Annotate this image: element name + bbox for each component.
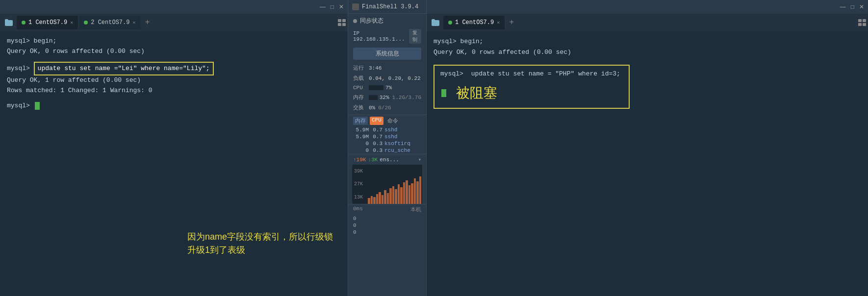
latency-val-3: 0 bbox=[353, 229, 421, 235]
left-terminal-panel: — □ ✕ 1 CentOS7.9 ✕ 2 CentOS7.9 ✕ + bbox=[0, 0, 348, 296]
col-cmd-header: 命令 bbox=[385, 117, 400, 125]
app-icon bbox=[352, 3, 359, 10]
right-mysql-prompt: mysql> bbox=[440, 70, 463, 77]
cursor-indicator bbox=[35, 102, 40, 110]
tab1-close[interactable]: ✕ bbox=[70, 20, 73, 25]
swap-row: 交换 0% 0/2G bbox=[348, 102, 426, 113]
graph-bar bbox=[382, 195, 384, 204]
copy-ip-button[interactable]: 复制 bbox=[409, 29, 421, 44]
terminal-prompt-line: mysql> bbox=[7, 101, 341, 111]
left-terminal-content: mysql> begin; Query OK, 0 rows affected … bbox=[0, 31, 348, 296]
graph-bar bbox=[395, 189, 397, 204]
cpu-label: CPU bbox=[353, 85, 367, 91]
right-maximize-button[interactable]: □ bbox=[851, 3, 854, 10]
right-tab-status-dot bbox=[448, 21, 452, 25]
right-tab-centos1[interactable]: 1 CentOS7.9 ✕ bbox=[443, 16, 505, 29]
load-value: 0.04, 0.20, 0.22 bbox=[369, 75, 421, 81]
ip-text: IP 192.168.135.1... bbox=[353, 30, 407, 42]
right-tab-bar: 1 CentOS7.9 ✕ + bbox=[427, 14, 868, 31]
p2-cpu: 0.7 bbox=[371, 134, 383, 140]
swap-label: 交换 bbox=[353, 104, 367, 111]
runtime-label: 运行 bbox=[353, 64, 367, 72]
right-terminal-panel: — □ ✕ 1 CentOS7.9 ✕ + mysql> bbox=[427, 0, 868, 296]
right-tab1-label: 1 CentOS7.9 bbox=[455, 19, 494, 26]
right-minimize-button[interactable]: — bbox=[840, 3, 846, 10]
p3-cpu: 0.3 bbox=[371, 141, 383, 147]
load-label: 负载 bbox=[353, 74, 367, 82]
graph-label-high: 39K bbox=[354, 169, 363, 174]
tab2-close[interactable]: ✕ bbox=[132, 20, 135, 25]
tab-status-dot bbox=[22, 21, 26, 25]
chevron-down-icon[interactable]: ▾ bbox=[418, 156, 421, 163]
net-interface-label: ens... bbox=[380, 157, 399, 163]
process-row: 0 0.3 ksoftirq bbox=[348, 140, 426, 147]
blocked-text: 被阻塞 bbox=[456, 81, 497, 105]
col-cpu-header[interactable]: CPU bbox=[370, 117, 383, 125]
svg-rect-1 bbox=[342, 19, 346, 22]
left-window-controls: — □ ✕ bbox=[320, 3, 344, 10]
right-folder-icon[interactable] bbox=[429, 16, 442, 29]
tab2-status-dot bbox=[84, 21, 88, 25]
svg-rect-7 bbox=[863, 23, 866, 26]
terminal-cmd-line: mysql> update stu set name ="Lei" where … bbox=[7, 62, 341, 76]
mem-bar bbox=[369, 95, 378, 100]
right-terminal-line-1: mysql> begin; bbox=[434, 36, 861, 47]
tab-centos2[interactable]: 2 CentOS7.9 ✕ bbox=[79, 16, 140, 29]
maximize-button[interactable]: □ bbox=[331, 3, 334, 10]
sync-status-row: 同步状态 bbox=[348, 14, 426, 28]
runtime-row: 运行 3:46 bbox=[348, 63, 426, 73]
p4-cpu: 0.3 bbox=[371, 148, 383, 153]
sys-info-button[interactable]: 系统信息 bbox=[353, 48, 421, 60]
p4-cmd: rcu_sche bbox=[384, 148, 410, 153]
latency-values: 0 0 0 bbox=[348, 215, 426, 236]
col-mem-header[interactable]: 内存 bbox=[353, 117, 368, 125]
annotation-text: 因为name字段没有索引，所以行级锁 升级1到了表级 bbox=[187, 230, 333, 257]
mem-percent: 32% bbox=[380, 95, 389, 100]
tab1-label: 1 CentOS7.9 bbox=[28, 19, 67, 26]
graph-bar bbox=[384, 190, 386, 204]
graph-bars bbox=[367, 165, 422, 204]
folder-icon[interactable] bbox=[2, 16, 16, 29]
process-row: 0 0.3 rcu_sche bbox=[348, 147, 426, 154]
net-upload-speed: ↑19K bbox=[353, 157, 366, 163]
latency-val-2: 0 bbox=[353, 222, 421, 228]
close-button[interactable]: ✕ bbox=[339, 3, 344, 10]
svg-rect-2 bbox=[338, 23, 341, 26]
minimize-button[interactable]: — bbox=[320, 3, 326, 10]
graph-labels: 39K 27K 13K bbox=[354, 165, 363, 204]
right-add-tab-button[interactable]: + bbox=[506, 17, 517, 28]
swap-value: 0% bbox=[369, 105, 375, 111]
swap-detail: 0/2G bbox=[378, 105, 391, 111]
blocked-cmd-line: mysql> update stu set name = "PHP" where… bbox=[440, 69, 623, 79]
latency-val-1: 0 bbox=[353, 216, 421, 222]
network-graph: 39K 27K 13K bbox=[352, 165, 422, 204]
p1-cmd: sshd bbox=[384, 127, 397, 133]
add-tab-button[interactable]: + bbox=[142, 17, 153, 28]
graph-bar bbox=[408, 185, 411, 204]
graph-bar bbox=[371, 196, 373, 204]
graph-bar bbox=[376, 194, 379, 204]
graph-bar bbox=[419, 176, 422, 204]
graph-bar bbox=[400, 187, 403, 204]
right-close-button[interactable]: ✕ bbox=[859, 3, 864, 10]
right-terminal-line-2: Query OK, 0 rows affected (0.00 sec) bbox=[434, 47, 861, 58]
latency-machine-label: 本机 bbox=[410, 206, 421, 213]
graph-bar bbox=[414, 178, 416, 204]
right-tab1-close[interactable]: ✕ bbox=[497, 20, 500, 25]
graph-bar bbox=[379, 192, 381, 204]
grid-layout-button[interactable] bbox=[338, 19, 346, 26]
right-grid-layout-button[interactable] bbox=[858, 19, 866, 26]
p1-mem: 5.9M bbox=[353, 127, 369, 133]
terminal-line-2: Query OK, 0 rows affected (0.00 sec) bbox=[7, 47, 341, 57]
process-table-header: 内存 CPU 命令 bbox=[348, 115, 426, 126]
latency-label: 0ms bbox=[353, 206, 363, 213]
blocked-indicator-row: 被阻塞 bbox=[440, 81, 623, 105]
graph-bar bbox=[406, 180, 408, 204]
middle-sysinfo-panel: FinalShell 3.9.4 同步状态 IP 192.168.135.1..… bbox=[348, 0, 427, 296]
terminal-line-4: Query OK, 1 row affected (0.00 sec) bbox=[7, 75, 341, 86]
right-terminal-content: mysql> begin; Query OK, 0 rows affected … bbox=[427, 31, 868, 296]
p4-mem: 0 bbox=[353, 148, 369, 153]
graph-bar bbox=[403, 182, 406, 204]
tab-centos1[interactable]: 1 CentOS7.9 ✕ bbox=[17, 16, 78, 29]
tab2-label: 2 CentOS7.9 bbox=[91, 19, 129, 26]
